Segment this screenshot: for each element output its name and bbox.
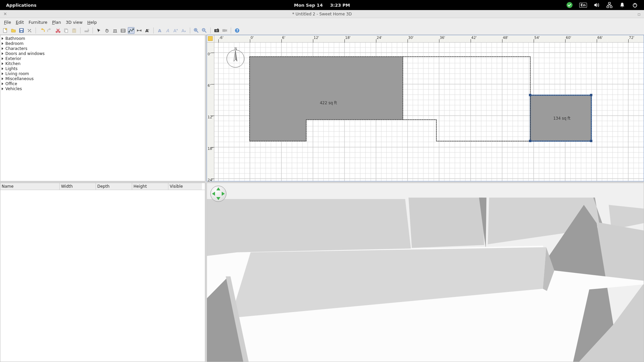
- catalog-category-label: Miscellaneous: [5, 76, 34, 81]
- expand-caret-icon: [2, 82, 3, 85]
- menu-bar: File Edit Furniture Plan 3D view Help: [0, 18, 644, 26]
- furniture-list-header[interactable]: NameWidthDepthHeightVisible: [0, 183, 205, 190]
- catalog-category[interactable]: Bathroom: [0, 36, 205, 41]
- menu-3d-view[interactable]: 3D view: [64, 19, 85, 25]
- menu-file[interactable]: File: [2, 19, 13, 25]
- window-maximize-button[interactable]: ▫: [638, 11, 641, 17]
- catalog-category[interactable]: Miscellaneous: [0, 76, 205, 81]
- room-shape[interactable]: [250, 57, 403, 141]
- svg-rect-32: [217, 28, 218, 29]
- clock-date[interactable]: Mon Sep 14: [294, 3, 323, 8]
- catalog-category[interactable]: Exterior: [0, 56, 205, 61]
- toolbar: A+ A A A▴ A▾ ?: [0, 26, 644, 35]
- svg-text:A: A: [181, 28, 184, 33]
- volume-icon[interactable]: [594, 2, 600, 8]
- orbit-control-icon[interactable]: [210, 186, 226, 202]
- add-furniture-button[interactable]: [83, 27, 90, 34]
- furniture-col-header[interactable]: Height: [132, 183, 168, 190]
- new-button[interactable]: [2, 27, 9, 34]
- create-polyline-tool[interactable]: [128, 27, 135, 34]
- open-button[interactable]: [10, 27, 17, 34]
- paste-button[interactable]: [71, 27, 77, 34]
- furniture-catalog-tree[interactable]: BathroomBedroomCharactersDoors and windo…: [0, 35, 205, 181]
- svg-text:▾: ▾: [184, 30, 186, 33]
- selection-handle[interactable]: [590, 140, 592, 142]
- window-titlebar[interactable]: ✕ * Untitled 2 - Sweet Home 3D ▫: [0, 10, 644, 18]
- window-close-button[interactable]: ✕: [3, 11, 7, 16]
- create-video-button[interactable]: [221, 27, 228, 34]
- text-italic-button[interactable]: A: [164, 27, 171, 34]
- text-decrease-button[interactable]: A▾: [180, 27, 187, 34]
- redo-button[interactable]: [47, 27, 53, 34]
- zoom-out-button[interactable]: [201, 27, 208, 34]
- ruler-vertical[interactable]: 0'6'12'18'24': [207, 43, 214, 181]
- svg-rect-9: [20, 31, 22, 32]
- svg-text:+: +: [148, 28, 150, 31]
- keyboard-layout-indicator[interactable]: En: [579, 3, 587, 8]
- furniture-col-header[interactable]: Visible: [168, 183, 202, 190]
- catalog-category[interactable]: Living room: [0, 71, 205, 76]
- create-dimension-tool[interactable]: [136, 27, 143, 34]
- status-ok-icon[interactable]: [567, 2, 573, 8]
- menu-plan[interactable]: Plan: [50, 19, 63, 25]
- ruler-origin[interactable]: [207, 35, 214, 43]
- view-3d-render: [207, 183, 644, 362]
- svg-text:A: A: [173, 28, 176, 33]
- catalog-category-label: Characters: [5, 46, 28, 51]
- svg-point-31: [216, 29, 218, 32]
- selection-handle[interactable]: [529, 94, 531, 96]
- furniture-list[interactable]: NameWidthDepthHeightVisible: [0, 183, 205, 362]
- compass-icon[interactable]: N: [225, 47, 246, 68]
- catalog-category[interactable]: Office: [0, 81, 205, 86]
- create-room-tool[interactable]: [120, 27, 126, 34]
- furniture-col-header[interactable]: Width: [60, 183, 96, 190]
- catalog-category[interactable]: Lights: [0, 66, 205, 71]
- select-tool[interactable]: [96, 27, 102, 34]
- wall-outline[interactable]: [403, 57, 530, 141]
- save-button[interactable]: [18, 27, 25, 34]
- copy-button[interactable]: [63, 27, 69, 34]
- svg-rect-33: [222, 29, 226, 32]
- menu-help[interactable]: Help: [85, 19, 99, 25]
- text-bold-button[interactable]: A: [156, 27, 163, 34]
- preferences-button[interactable]: [26, 27, 33, 34]
- expand-caret-icon: [2, 57, 3, 60]
- view-3d[interactable]: [207, 183, 644, 362]
- svg-point-19: [133, 28, 134, 29]
- expand-caret-icon: [2, 52, 3, 55]
- cut-button[interactable]: [55, 27, 61, 34]
- menu-furniture[interactable]: Furniture: [26, 19, 49, 25]
- furniture-col-header[interactable]: Name: [0, 183, 60, 190]
- pan-tool[interactable]: [104, 27, 110, 34]
- zoom-in-button[interactable]: [193, 27, 200, 34]
- selection-handle[interactable]: [529, 140, 531, 142]
- catalog-category[interactable]: Doors and windows: [0, 51, 205, 56]
- furniture-col-header[interactable]: Depth: [96, 183, 132, 190]
- expand-caret-icon: [2, 77, 3, 80]
- svg-text:?: ?: [236, 29, 238, 33]
- applications-menu[interactable]: Applications: [0, 3, 37, 8]
- expand-caret-icon: [2, 37, 3, 40]
- svg-text:A: A: [158, 28, 161, 33]
- menu-edit[interactable]: Edit: [14, 19, 26, 25]
- plan-2d-view[interactable]: -6'0'6'12'18'24'30'36'42'48'54'60'66'72'…: [207, 35, 644, 181]
- plan-canvas[interactable]: 422 sq ft134 sq ft N: [214, 43, 644, 181]
- create-walls-tool[interactable]: [112, 27, 118, 34]
- svg-rect-0: [608, 2, 610, 4]
- catalog-category[interactable]: Kitchen: [0, 61, 205, 66]
- text-increase-button[interactable]: A▴: [172, 27, 179, 34]
- create-text-tool[interactable]: A+: [144, 27, 151, 34]
- svg-text:A: A: [166, 28, 169, 33]
- clock-time[interactable]: 3:23 PM: [330, 3, 350, 8]
- create-photo-button[interactable]: [213, 27, 220, 34]
- catalog-category[interactable]: Bedroom: [0, 41, 205, 46]
- ruler-horizontal[interactable]: -6'0'6'12'18'24'30'36'42'48'54'60'66'72': [214, 35, 644, 43]
- network-icon[interactable]: [606, 2, 612, 8]
- notifications-icon[interactable]: [619, 2, 625, 8]
- help-button[interactable]: ?: [234, 27, 240, 34]
- selection-handle[interactable]: [590, 94, 592, 96]
- power-icon[interactable]: [632, 2, 638, 8]
- catalog-category[interactable]: Vehicles: [0, 86, 205, 91]
- undo-button[interactable]: [39, 27, 45, 34]
- catalog-category[interactable]: Characters: [0, 46, 205, 51]
